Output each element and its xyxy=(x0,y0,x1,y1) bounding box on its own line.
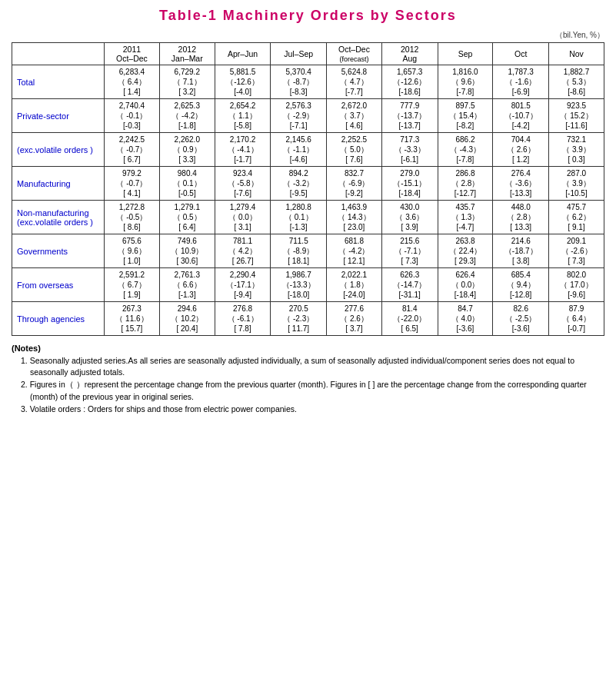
cell-r2-c6: 686.2（ -4.3）[-7.8] xyxy=(438,133,493,167)
table-row: Governments675.6（ 9.6）[ 1.0]749.6（ 10.9）… xyxy=(12,234,604,268)
note-item-1: 2. Figures in（ ）represent the percentage… xyxy=(21,379,604,404)
page-title: Table-1 Machinery Orders by Sectors xyxy=(12,8,604,24)
cell-r6-c6: 626.4（ 0.0）[-18.4] xyxy=(438,268,493,302)
cell-r4-c3: 1,280.8（ 0.1）[-1.3] xyxy=(271,201,327,234)
cell-r1-c6: 897.5（ 15.4）[-8.2] xyxy=(438,99,493,133)
cell-r3-c1: 980.4（ 0.1）[-0.5] xyxy=(159,167,215,201)
note-item-0: 1. Seasonally adjusted series.As all ser… xyxy=(21,355,604,380)
cell-r7-c8: 87.9（ 6.4）[-0.7] xyxy=(549,302,604,336)
col-header-oct: Oct xyxy=(493,43,549,65)
table-row: Total6,283.4（ 6.4）[ 1.4]6,729.2（ 7.1）[ 3… xyxy=(12,65,604,99)
cell-r0-c8: 1,882.7（ 5.3）[-8.6] xyxy=(549,65,604,99)
col-header-2012: 2012Aug xyxy=(381,43,438,65)
cell-r5-c3: 711.5（ -8.9）[ 18.1] xyxy=(271,234,327,268)
cell-r3-c2: 923.4（ -5.8）[-7.6] xyxy=(215,167,271,201)
cell-r4-c5: 430.0（ 3.6）[ 3.9] xyxy=(381,201,438,234)
cell-r2-c2: 2,170.2（ -4.1）[-1.7] xyxy=(215,133,271,167)
cell-r7-c0: 267.3（ 11.6）[ 15.7] xyxy=(105,302,160,336)
row-label-5: Governments xyxy=(12,234,105,268)
cell-r7-c4: 277.6（ 2.6）[ 3.7] xyxy=(327,302,382,336)
cell-r5-c1: 749.6（ 10.9）[ 30.6] xyxy=(159,234,215,268)
notes-title: (Notes) xyxy=(12,342,604,355)
cell-r0-c7: 1,787.3（ -1.6）[-6.9] xyxy=(493,65,549,99)
cell-r5-c2: 781.1（ 4.2）[ 26.7] xyxy=(215,234,271,268)
cell-r5-c5: 215.6（ -7.1）[ 7.3] xyxy=(381,234,438,268)
cell-r7-c5: 81.4（-22.0）[ 6.5] xyxy=(381,302,438,336)
cell-r5-c4: 681.8（ -4.2）[ 12.1] xyxy=(327,234,382,268)
cell-r6-c2: 2,290.4（-17.1）[-9.4] xyxy=(215,268,271,302)
col-header-nov: Nov xyxy=(549,43,604,65)
row-label-6: From overseas xyxy=(12,268,105,302)
table-row: Non-manufacturing(exc.volatile orders )1… xyxy=(12,201,604,234)
table-row: Through agencies267.3（ 11.6）[ 15.7]294.6… xyxy=(12,302,604,336)
cell-r6-c4: 2,022.1（ 1.8）[-24.0] xyxy=(327,268,382,302)
row-label-2: (exc.volatile orders ) xyxy=(12,133,105,167)
cell-r1-c4: 2,672.0（ 3.7）[ 4.6] xyxy=(327,99,382,133)
cell-r0-c0: 6,283.4（ 6.4）[ 1.4] xyxy=(105,65,160,99)
cell-r2-c1: 2,262.0（ 0.9）[ 3.3] xyxy=(159,133,215,167)
cell-r3-c7: 276.4（ -3.6）[-13.3] xyxy=(493,167,549,201)
cell-r0-c4: 5,624.8（ 4.7）[-7.7] xyxy=(327,65,382,99)
cell-r7-c1: 294.6（ 10.2）[ 20.4] xyxy=(159,302,215,336)
cell-r2-c3: 2,145.6（ -1.1）[-4.6] xyxy=(271,133,327,167)
row-label-0: Total xyxy=(12,65,105,99)
cell-r3-c6: 286.8（ 2.8）[-12.7] xyxy=(438,167,493,201)
table-row: (exc.volatile orders )2,242.5（ -0.7）[ 6.… xyxy=(12,133,604,167)
cell-r0-c2: 5,881.5（-12.6）[-4.0] xyxy=(215,65,271,99)
cell-r1-c8: 923.5（ 15.2）[-11.6] xyxy=(549,99,604,133)
row-label-1: Private-sector xyxy=(12,99,105,133)
cell-r4-c6: 435.7（ 1.3）[-4.7] xyxy=(438,201,493,234)
cell-r2-c8: 732.1（ 3.9）[ 0.3] xyxy=(549,133,604,167)
cell-r4-c4: 1,463.9（ 14.3）[ 23.0] xyxy=(327,201,382,234)
cell-r6-c8: 802.0（ 17.0）[-9.6] xyxy=(549,268,604,302)
cell-r4-c0: 1,272.8（ -0.5）[ 8.6] xyxy=(105,201,160,234)
cell-r5-c0: 675.6（ 9.6）[ 1.0] xyxy=(105,234,160,268)
cell-r4-c7: 448.0（ 2.8）[ 13.3] xyxy=(493,201,549,234)
col-header-label xyxy=(12,43,105,65)
unit-label: （bil.Yen, %） xyxy=(12,30,604,41)
cell-r3-c3: 894.2（ -3.2）[-9.5] xyxy=(271,167,327,201)
col-header-apr-jun: Apr–Jun xyxy=(215,43,271,65)
main-table: 2011Oct–Dec 2012Jan–Mar Apr–Jun Jul–Sep … xyxy=(12,42,604,336)
cell-r3-c4: 832.7（ -6.9）[-9.2] xyxy=(327,167,382,201)
col-header-2012-jan-mar: 2012Jan–Mar xyxy=(159,43,215,65)
col-header-oct-dec: Oct–Dec(forecast) xyxy=(327,43,382,65)
cell-r6-c5: 626.3（-14.7）[-31.1] xyxy=(381,268,438,302)
note-item-2: 3. Volatile orders : Orders for ships an… xyxy=(21,404,604,416)
cell-r6-c3: 1,986.7（-13.3）[-18.0] xyxy=(271,268,327,302)
cell-r0-c1: 6,729.2（ 7.1）[ 3.2] xyxy=(159,65,215,99)
cell-r5-c8: 209.1（ -2.6）[ 7.3] xyxy=(549,234,604,268)
cell-r0-c5: 1,657.3（-12.6）[-18.6] xyxy=(381,65,438,99)
cell-r5-c6: 263.8（ 22.4）[ 29.3] xyxy=(438,234,493,268)
cell-r1-c7: 801.5（-10.7）[-4.2] xyxy=(493,99,549,133)
cell-r6-c7: 685.4（ 9.4）[-12.8] xyxy=(493,268,549,302)
cell-r7-c7: 82.6（ -2.5）[-3.6] xyxy=(493,302,549,336)
col-header-jul-sep: Jul–Sep xyxy=(271,43,327,65)
cell-r6-c0: 2,591.2（ 6.7）[ 1.9] xyxy=(105,268,160,302)
cell-r2-c4: 2,252.5（ 5.0）[ 7.6] xyxy=(327,133,382,167)
row-label-4: Non-manufacturing(exc.volatile orders ) xyxy=(12,201,105,234)
notes-section: (Notes) 1. Seasonally adjusted series.As… xyxy=(12,342,604,415)
cell-r1-c5: 777.9（-13.7）[-13.7] xyxy=(381,99,438,133)
cell-r1-c1: 2,625.3（ -4.2）[-1.8] xyxy=(159,99,215,133)
cell-r7-c3: 270.5（ -2.3）[ 11.7] xyxy=(271,302,327,336)
cell-r5-c7: 214.6（-18.7）[ 3.8] xyxy=(493,234,549,268)
cell-r3-c8: 287.0（ 3.9）[-10.5] xyxy=(549,167,604,201)
cell-r4-c2: 1,279.4（ 0.0）[ 3.1] xyxy=(215,201,271,234)
table-row: From overseas2,591.2（ 6.7）[ 1.9]2,761.3（… xyxy=(12,268,604,302)
table-row: Private-sector2,740.4（ -0.1）[-0.3]2,625.… xyxy=(12,99,604,133)
page: Table-1 Machinery Orders by Sectors （bil… xyxy=(0,0,616,423)
col-header-sep: Sep xyxy=(438,43,493,65)
row-label-7: Through agencies xyxy=(12,302,105,336)
cell-r4-c8: 475.7（ 6.2）[ 9.1] xyxy=(549,201,604,234)
cell-r1-c3: 2,576.3（ -2.9）[-7.1] xyxy=(271,99,327,133)
cell-r2-c7: 704.4（ 2.6）[ 1.2] xyxy=(493,133,549,167)
cell-r7-c2: 276.8（ -6.1）[ 7.8] xyxy=(215,302,271,336)
cell-r2-c0: 2,242.5（ -0.7）[ 6.7] xyxy=(105,133,160,167)
cell-r0-c3: 5,370.4（ -8.7）[-8.3] xyxy=(271,65,327,99)
table-row: Manufacturing979.2（ -0.7）[ 4.1]980.4（ 0.… xyxy=(12,167,604,201)
cell-r3-c5: 279.0（-15.1）[-18.4] xyxy=(381,167,438,201)
cell-r7-c6: 84.7（ 4.0）[-3.6] xyxy=(438,302,493,336)
cell-r3-c0: 979.2（ -0.7）[ 4.1] xyxy=(105,167,160,201)
cell-r2-c5: 717.3（ -3.3）[-6.1] xyxy=(381,133,438,167)
